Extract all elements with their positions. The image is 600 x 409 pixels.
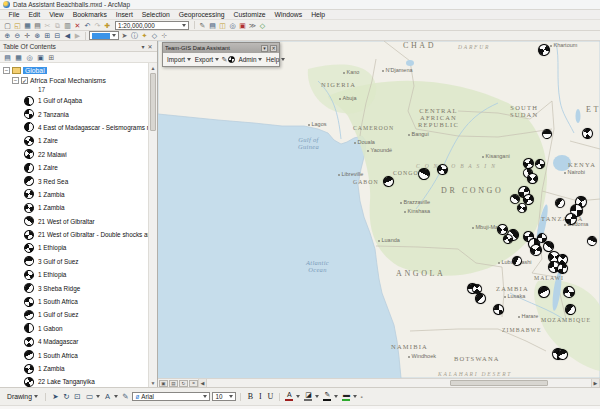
- redo-icon[interactable]: ↷: [93, 21, 102, 30]
- menu-item[interactable]: View: [45, 11, 69, 18]
- text-style-button[interactable]: I: [255, 391, 265, 402]
- map-canvas[interactable]: CHADNIGERIACENTRAL AFRICAN REPUBLICSOUTH…: [158, 41, 600, 378]
- pencil-icon[interactable]: ✎: [222, 56, 228, 64]
- data-frame-row[interactable]: − Global: [0, 65, 148, 75]
- map-horizontal-scrollbar[interactable]: ▣ ▤ ↻ = ◀ ▶: [158, 378, 600, 387]
- callout-icon[interactable]: ✎: [120, 391, 130, 402]
- map-scale-combo[interactable]: 1:20,000,000: [115, 21, 189, 30]
- line-color-icon[interactable]: ✎: [322, 390, 338, 403]
- catalog-window-icon[interactable]: ◫: [218, 21, 227, 30]
- menu-item[interactable]: File: [4, 11, 24, 18]
- add-data-icon[interactable]: ✚: [103, 21, 112, 30]
- fixed-zoom-in-icon[interactable]: ⊞: [43, 31, 52, 40]
- legend-item[interactable]: 1 Gulf of Aqaba: [0, 94, 148, 107]
- marker-color-icon[interactable]: ▬: [341, 390, 357, 403]
- scrollbar-thumb[interactable]: [150, 73, 156, 131]
- open-folder-icon[interactable]: ◱: [13, 21, 22, 30]
- go-forward-extent-icon[interactable]: ▶: [73, 31, 82, 40]
- scroll-down-icon[interactable]: ▼: [149, 378, 157, 387]
- legend-item[interactable]: 21 West of Gibraltar - Double shocks at …: [0, 228, 148, 241]
- data-view-button[interactable]: ▣: [159, 380, 168, 387]
- map-view[interactable]: CHADNIGERIACENTRAL AFRICAN REPUBLICSOUTH…: [158, 41, 600, 387]
- collapse-expander-icon[interactable]: −: [3, 67, 10, 74]
- assistant-menu[interactable]: Admin: [236, 56, 264, 63]
- arctoolbox-icon[interactable]: ▣: [238, 21, 247, 30]
- table-of-contents-icon[interactable]: ▤: [208, 21, 217, 30]
- legend-item[interactable]: 22 Malawi: [0, 148, 148, 161]
- toolbar-overflow-icon[interactable]: ▪: [360, 394, 362, 400]
- legend-item[interactable]: 1 South Africa: [0, 348, 148, 361]
- list-by-selection-icon[interactable]: ▣: [36, 53, 45, 62]
- collapse-icon[interactable]: ▾: [261, 45, 268, 52]
- edit-vertices-icon[interactable]: ⊡: [72, 391, 82, 402]
- font-size-combo[interactable]: 10: [212, 392, 236, 401]
- delete-icon[interactable]: ✕: [73, 21, 82, 30]
- select-elements-icon[interactable]: ➤: [120, 31, 129, 40]
- menu-item[interactable]: Geoprocessing: [174, 11, 229, 18]
- select-elements-icon[interactable]: ➤: [50, 391, 60, 402]
- scroll-left-icon[interactable]: ◀: [198, 379, 207, 387]
- font-color-icon[interactable]: A: [284, 390, 300, 403]
- close-icon[interactable]: ✕: [146, 43, 154, 50]
- text-tool-button[interactable]: A: [102, 391, 118, 402]
- save-icon[interactable]: ▦: [23, 21, 32, 30]
- drawing-menu-button[interactable]: Drawing: [4, 390, 41, 403]
- find-icon[interactable]: ✦: [140, 31, 149, 40]
- identify-icon[interactable]: ⓘ: [130, 31, 139, 40]
- layer-row[interactable]: − ✓ Africa Focal Mechanisms: [0, 75, 148, 85]
- options-icon[interactable]: ⊞: [47, 53, 56, 62]
- zoom-out-icon[interactable]: ⊖: [13, 31, 22, 40]
- scroll-right-icon[interactable]: ▶: [591, 379, 600, 387]
- legend-item[interactable]: 1 Zambia: [0, 201, 148, 214]
- legend-item[interactable]: 1 Gulf of Suez: [0, 308, 148, 321]
- copy-icon[interactable]: ⧉: [53, 21, 62, 30]
- legend-item[interactable]: 1 Zaire: [0, 134, 148, 147]
- legend-item[interactable]: 1 Zambia: [0, 188, 148, 201]
- scroll-up-icon[interactable]: ▲: [149, 63, 157, 72]
- legend-item[interactable]: 3 Gulf of Suez: [0, 255, 148, 268]
- assistant-menu[interactable]: Help: [264, 56, 287, 63]
- text-style-button[interactable]: U: [265, 391, 275, 402]
- text-style-button[interactable]: B: [245, 391, 255, 402]
- menu-item[interactable]: Customize: [229, 11, 270, 18]
- legend-item[interactable]: 1 Zaire: [0, 161, 148, 174]
- beachball-icon[interactable]: [228, 56, 235, 63]
- pause-drawing-button[interactable]: =: [189, 380, 198, 387]
- legend-item[interactable]: 3 Red Sea: [0, 174, 148, 187]
- legend-item[interactable]: 4 Madagascar: [0, 335, 148, 348]
- legend-item[interactable]: 22 Lake Tanganyika: [0, 375, 148, 387]
- legend-item[interactable]: 4 East of Madagascar - Seismograms not s…: [0, 121, 148, 134]
- modelbuilder-icon[interactable]: ◇: [258, 21, 267, 30]
- selection-combo[interactable]: [89, 31, 119, 40]
- zoom-in-icon[interactable]: ⊕: [3, 31, 12, 40]
- legend-item[interactable]: 1 Zambia: [0, 362, 148, 375]
- pan-icon[interactable]: ✛: [23, 31, 32, 40]
- list-by-source-icon[interactable]: ▦: [14, 53, 23, 62]
- cut-icon[interactable]: ✂: [43, 21, 52, 30]
- refresh-view-button[interactable]: ↻: [179, 380, 188, 387]
- legend-item[interactable]: 1 Ethiopia: [0, 268, 148, 281]
- layer-visibility-checkbox[interactable]: ✓: [21, 77, 28, 84]
- menu-item[interactable]: Selection: [137, 11, 174, 18]
- measure-icon[interactable]: ◇: [150, 31, 159, 40]
- search-window-icon[interactable]: ◎: [228, 21, 237, 30]
- new-document-icon[interactable]: ▢: [3, 21, 12, 30]
- list-by-drawing-order-icon[interactable]: ▤: [3, 53, 12, 62]
- close-icon[interactable]: ✕: [270, 45, 277, 52]
- font-family-combo[interactable]: ø Arial: [132, 392, 210, 401]
- shadow-color-icon[interactable]: ◪: [303, 390, 319, 403]
- rotate-icon[interactable]: ↻: [61, 391, 71, 402]
- editor-toolbar-icon[interactable]: ✎: [198, 21, 207, 30]
- data-assistant-titlebar[interactable]: Team-GIS Data Assistant ▾ ✕: [163, 43, 279, 53]
- print-icon[interactable]: ▤: [33, 21, 42, 30]
- menu-item[interactable]: Insert: [111, 11, 137, 18]
- scrollbar-thumb[interactable]: [450, 380, 548, 386]
- layer-name[interactable]: Africa Focal Mechanisms: [30, 77, 106, 84]
- menu-item[interactable]: Bookmarks: [68, 11, 111, 18]
- data-frame-label[interactable]: Global: [23, 67, 47, 74]
- fixed-zoom-out-icon[interactable]: ⊟: [53, 31, 62, 40]
- go-to-xy-icon[interactable]: ⊹: [160, 31, 169, 40]
- legend-item[interactable]: 3 Sheba Ridge: [0, 281, 148, 294]
- collapse-expander-icon[interactable]: −: [12, 77, 19, 84]
- layout-view-button[interactable]: ▤: [169, 380, 178, 387]
